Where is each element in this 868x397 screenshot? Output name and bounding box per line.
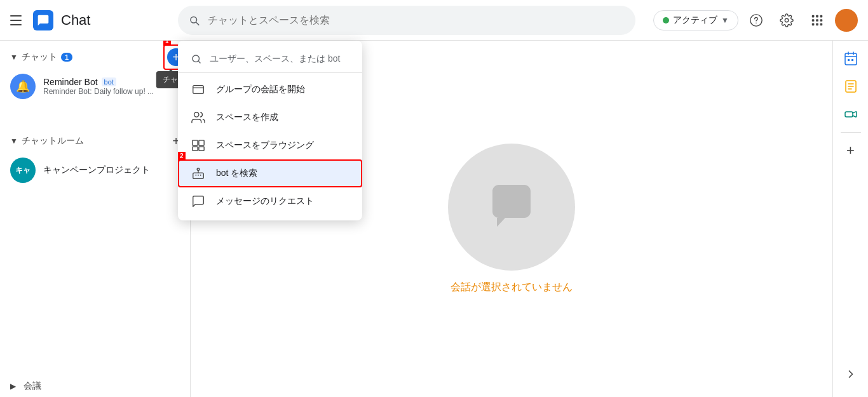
svg-rect-4 [816,15,818,17]
reminder-bot-info: Reminder Bot bot Reminder Bot: Daily fol… [43,77,180,96]
svg-point-12 [193,55,200,62]
rooms-section-title: チャットルーム [22,135,84,147]
meet-icon [843,107,858,122]
app-header: Chat アクティブ ▼ [0,0,868,41]
right-sidebar: + [832,41,868,397]
svg-rect-13 [193,86,204,94]
space-browse-icon [191,138,206,153]
help-icon [749,13,763,27]
status-dot [663,17,669,24]
campaign-avatar: キャ [10,158,36,183]
rooms-section-header: ▼ チャットルーム + [0,130,190,152]
chats-section-toggle[interactable]: ▼ チャット 1 [10,51,72,63]
app-title: Chat [61,12,90,29]
empty-state-text: 会話が選択されていません [451,281,573,294]
dropdown-item-label-4: メッセージのリクエスト [216,196,314,207]
grid-icon [810,13,824,27]
svg-rect-21 [845,53,857,65]
hamburger-menu[interactable] [10,13,25,28]
dropdown-item-label-1: スペースを作成 [216,112,278,123]
apps-button[interactable] [804,8,830,33]
msg-request-icon [191,194,206,209]
expand-button-container [838,361,864,392]
rooms-section: ▼ チャットルーム + キャ キャンペーンプロジェクト [0,124,190,193]
reminder-bot-preview: Reminder Bot: Daily follow up! ... [43,87,180,96]
chevron-down-icon: ▼ [721,16,729,25]
empty-state: 会話が選択されていません [448,144,575,294]
plus-icon-right: + [846,142,855,159]
chats-badge: 1 [61,53,72,62]
dropdown-search-placeholder: ユーザー、スペース、または bot [210,53,340,65]
dropdown-item-bot-search[interactable]: bot を検索 [178,159,362,187]
empty-chat-icon [483,178,540,236]
svg-point-1 [756,22,756,23]
svg-rect-23 [851,59,853,61]
dropdown-item-space-create[interactable]: スペースを作成 [178,104,362,131]
help-button[interactable] [743,8,769,33]
dropdown-item-label-0: グループの会話を開始 [216,84,305,95]
expand-button[interactable] [838,361,864,387]
tasks-icon [843,79,858,94]
dropdown-search-row: ユーザー、スペース、または bot [178,46,362,73]
meetings-title: 会議 [24,380,41,392]
svg-rect-11 [820,23,823,25]
svg-rect-22 [848,59,850,61]
calendar-icon [843,51,858,66]
status-label: アクティブ [673,15,717,26]
reminder-bot-name: Reminder Bot bot [43,77,180,87]
group-conv-icon [191,82,206,97]
campaign-project-item[interactable]: キャ キャンペーンプロジェクト [0,152,190,188]
calendar-button[interactable] [838,46,864,71]
reminder-bot-avatar: 🔔 [10,74,36,99]
search-bar[interactable] [178,6,635,35]
svg-rect-9 [812,23,815,25]
meetings-section[interactable]: ▶ 会議 [0,375,190,397]
dropdown-item-label-2: スペースをブラウジング [216,140,314,151]
gear-icon [780,13,794,27]
space-create-icon [191,110,206,125]
meetings-arrow-icon: ▶ [10,382,16,391]
bot-search-icon [191,166,206,181]
settings-button[interactable] [774,8,799,33]
bot-badge: bot [102,77,116,86]
rooms-section-toggle[interactable]: ▼ チャットルーム [10,135,84,147]
search-input[interactable] [208,15,625,26]
dropdown-item-space-browse[interactable]: スペースをブラウジング [178,131,362,159]
chats-section: ▼ チャット 1 + 1 チャットを開始 [0,41,190,109]
status-button[interactable]: アクティブ ▼ [653,10,738,30]
search-icon [188,14,200,27]
right-sidebar-divider [841,132,861,133]
chevron-right-icon [844,368,857,380]
rooms-arrow-icon: ▼ [10,137,18,145]
sidebar: ▼ チャット 1 + 1 チャットを開始 [0,41,191,397]
tasks-button[interactable] [838,74,864,99]
header-left: Chat [10,10,163,30]
meet-button[interactable] [838,102,864,127]
svg-rect-10 [816,23,818,25]
main-body: ▼ チャット 1 + 1 チャットを開始 [0,41,868,397]
svg-rect-19 [193,173,204,178]
dropdown-item-msg-request[interactable]: メッセージのリクエスト [178,187,362,215]
svg-rect-18 [199,147,204,151]
add-app-button[interactable]: + [838,138,864,163]
dropdown-menu: ユーザー、スペース、または bot グループの会話を開始 [178,41,362,220]
reminder-bot-item[interactable]: 🔔 Reminder Bot bot Reminder Bot: Daily f… [0,69,190,104]
campaign-info: キャンペーンプロジェクト [43,165,180,176]
chats-section-header: ▼ チャット 1 + 1 チャットを開始 [0,46,190,69]
svg-rect-5 [820,15,823,17]
svg-rect-7 [816,19,818,22]
chats-arrow-icon: ▼ [10,53,18,62]
campaign-name: キャンペーンプロジェクト [43,165,180,176]
empty-icon-circle [448,144,575,271]
svg-rect-8 [820,19,823,22]
avatar[interactable] [835,9,858,32]
svg-rect-3 [812,15,815,17]
dropdown-item-label-3: bot を検索 [216,168,257,179]
svg-point-2 [785,18,789,22]
chats-section-title: チャット [22,51,57,63]
dropdown-item-group-conv[interactable]: グループの会話を開始 [178,76,362,104]
svg-point-20 [197,168,200,171]
svg-rect-6 [812,19,815,22]
svg-rect-16 [199,140,204,145]
svg-point-14 [194,112,199,117]
